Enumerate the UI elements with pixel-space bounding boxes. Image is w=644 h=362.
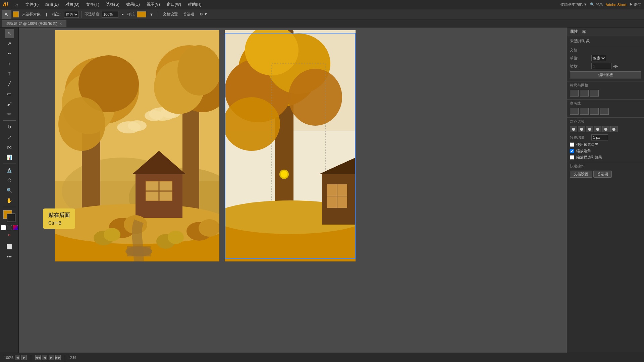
align-left-btn[interactable]: ⬤ bbox=[570, 126, 577, 132]
more-options[interactable]: ⚙ ▼ bbox=[198, 11, 210, 17]
menu-file[interactable]: 文件(F) bbox=[23, 1, 41, 8]
svg-point-41 bbox=[104, 228, 120, 241]
zoom-increment-btn[interactable]: ▶ bbox=[21, 355, 27, 360]
snap-icon-btn[interactable] bbox=[590, 90, 599, 97]
more-tools-btn[interactable]: ••• bbox=[5, 252, 14, 261]
stroke-dropdown[interactable]: 描边 bbox=[64, 11, 79, 18]
gradient-swatch-btn[interactable] bbox=[13, 225, 18, 230]
ruler-icon-btn[interactable] bbox=[570, 90, 579, 97]
rotate-tool[interactable]: ↻ bbox=[5, 122, 14, 132]
menu-help[interactable]: 帮助(H) bbox=[185, 1, 204, 8]
quick-doc-settings-btn[interactable]: 文档设置 bbox=[570, 171, 592, 178]
unit-select[interactable]: 像素 bbox=[591, 55, 606, 61]
menu-effect[interactable]: 效果(C) bbox=[123, 1, 143, 8]
curvature-tool[interactable]: ⌇ bbox=[5, 59, 14, 68]
guide-icon4-btn[interactable] bbox=[600, 108, 609, 115]
paintbrush-tool[interactable]: 🖌 bbox=[5, 99, 14, 109]
menu-object[interactable]: 对象(O) bbox=[63, 1, 82, 8]
pen-tool[interactable]: ✒ bbox=[5, 49, 14, 58]
snap-bounds-checkbox[interactable] bbox=[570, 142, 574, 147]
rect-tool[interactable]: ▭ bbox=[5, 89, 14, 99]
menu-text[interactable]: 文字(T) bbox=[84, 1, 102, 8]
active-tab[interactable]: 未标题-2* @ 100% (RGB/预览) ✕ bbox=[2, 20, 66, 27]
scale-effects-checkbox[interactable] bbox=[570, 155, 574, 160]
doc-settings-btn[interactable]: 文档设置 bbox=[161, 11, 180, 17]
status-divider1 bbox=[31, 355, 31, 360]
grid-icon-btn[interactable] bbox=[580, 90, 589, 97]
libraries-tab[interactable]: 库 bbox=[582, 29, 586, 35]
menu-select[interactable]: 选择(S) bbox=[103, 1, 122, 8]
line-tool[interactable]: ╱ bbox=[5, 79, 14, 88]
align-middle-btn[interactable]: ⬤ bbox=[602, 126, 609, 132]
scale-input[interactable] bbox=[591, 63, 611, 69]
none-icon[interactable]: ⊘ bbox=[7, 232, 12, 238]
graph-tool[interactable]: 📊 bbox=[5, 153, 14, 162]
style-dropdown-arrow[interactable]: ▼ bbox=[148, 12, 155, 17]
fill-swatch-toolbar[interactable] bbox=[13, 11, 19, 17]
warp-tool[interactable]: ⋈ bbox=[5, 142, 14, 152]
style-swatch[interactable] bbox=[137, 11, 146, 17]
page-back-btn[interactable]: ◀ bbox=[42, 355, 47, 360]
guide-section-title: 参考线 bbox=[567, 99, 644, 107]
none-icon-row: ⊘ bbox=[7, 232, 12, 238]
canvas-area[interactable]: 贴在后面 Ctrl+B bbox=[19, 27, 567, 353]
white-swatch-btn[interactable] bbox=[1, 225, 6, 230]
artboard1-illustration bbox=[55, 30, 219, 261]
divider2 bbox=[158, 11, 158, 18]
guide-icons-row bbox=[567, 107, 644, 116]
guide-icon2-btn[interactable] bbox=[580, 108, 589, 115]
home-icon[interactable]: ⌂ bbox=[12, 0, 21, 9]
zoom-decrement-btn[interactable]: ◀ bbox=[15, 355, 20, 360]
selection-tool-icon[interactable]: ↖ bbox=[2, 10, 11, 19]
scale-tool[interactable]: ⤢ bbox=[5, 132, 14, 142]
black-swatch-btn[interactable] bbox=[7, 225, 12, 230]
stroke-label: | bbox=[44, 12, 49, 17]
align-top-btn[interactable]: ⬤ bbox=[594, 126, 601, 132]
opacity-arrow[interactable]: ▸ bbox=[120, 11, 126, 17]
guide-icon3-btn[interactable] bbox=[590, 108, 599, 115]
page-last-btn[interactable]: ▶▶ bbox=[55, 355, 61, 360]
menu-view[interactable]: 视图(V) bbox=[144, 1, 163, 8]
tolerance-input[interactable] bbox=[591, 134, 608, 140]
adobe-stock[interactable]: Adobe Stock bbox=[606, 3, 627, 7]
text-tool[interactable]: T bbox=[5, 69, 14, 78]
tool-divider4 bbox=[3, 240, 16, 240]
top-right-area: 传统基本功能 ▼ 🔍 登录 Adobe Stock ▶ 课网 bbox=[560, 2, 641, 7]
blend-tool[interactable]: ⬠ bbox=[5, 176, 14, 185]
quick-preferences-btn[interactable]: 首选项 bbox=[593, 171, 612, 178]
style-label: 样式: bbox=[127, 12, 136, 17]
preferences-btn[interactable]: 首选项 bbox=[181, 11, 196, 17]
tab-close-btn[interactable]: ✕ bbox=[59, 22, 62, 25]
eyedropper-tool[interactable]: 🔬 bbox=[5, 166, 14, 175]
stroke-swatch[interactable] bbox=[7, 214, 15, 222]
status-mode: 选择 bbox=[69, 355, 76, 360]
align-right-btn[interactable]: ⬤ bbox=[586, 126, 593, 132]
select-tool[interactable]: ↖ bbox=[5, 29, 14, 38]
guide-icon1-btn[interactable] bbox=[570, 108, 579, 115]
pencil-tool[interactable]: ✏ bbox=[5, 109, 14, 119]
fill-stroke-swatches[interactable] bbox=[3, 210, 15, 222]
align-center-btn[interactable]: ⬤ bbox=[578, 126, 585, 132]
color-mode-btns bbox=[1, 225, 18, 230]
scale-row: 缩放: ◀▶ bbox=[567, 62, 644, 70]
page-prev-btn[interactable]: ◀◀ bbox=[35, 355, 41, 360]
direct-select-tool[interactable]: ↗ bbox=[5, 39, 14, 48]
menu-window[interactable]: 窗口(W) bbox=[164, 1, 184, 8]
artboard-tool[interactable]: ⬜ bbox=[5, 242, 14, 251]
properties-tab[interactable]: 属性 bbox=[570, 29, 578, 35]
align-bottom-btn[interactable]: ⬤ bbox=[610, 126, 618, 132]
menu-edit[interactable]: 编辑(E) bbox=[43, 1, 61, 8]
scale-arrows[interactable]: ◀▶ bbox=[613, 64, 618, 68]
search-area[interactable]: 🔍 登录 bbox=[590, 2, 603, 7]
scale-corners-row: 缩放边角 bbox=[567, 148, 644, 154]
secondary-toolbar: ↖ 未选择对象 | 描边: 描边 不透明度: ▸ 样式: ▼ 文档设置 首选项 … bbox=[0, 9, 644, 19]
svg-rect-32 bbox=[146, 192, 158, 200]
edit-artboard-btn[interactable]: 编辑画板 bbox=[570, 71, 641, 78]
share-btn[interactable]: ▶ 课网 bbox=[629, 2, 641, 7]
scale-corners-checkbox[interactable] bbox=[570, 149, 574, 153]
svg-point-21 bbox=[177, 45, 219, 96]
page-fwd-btn[interactable]: ▶ bbox=[49, 355, 54, 360]
zoom-tool[interactable]: 🔍 bbox=[5, 186, 14, 195]
hand-tool[interactable]: ✋ bbox=[5, 196, 14, 205]
opacity-input[interactable] bbox=[102, 11, 118, 18]
